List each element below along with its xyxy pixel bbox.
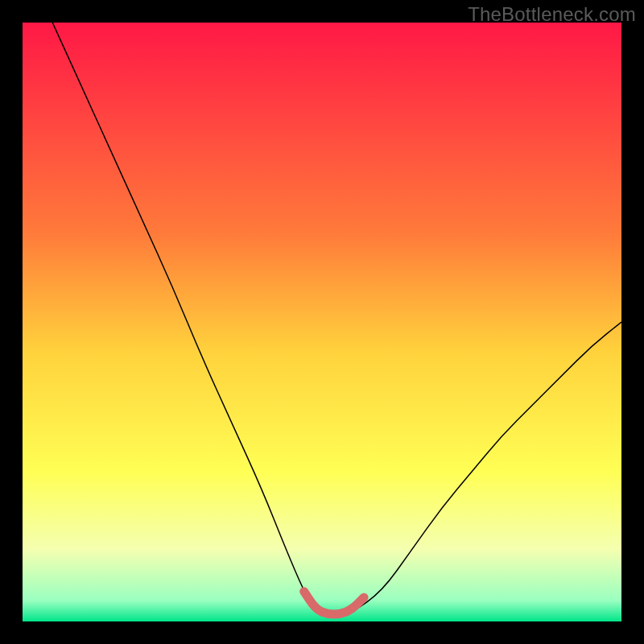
chart-frame: TheBottleneck.com: [0, 0, 644, 644]
gradient-background: [23, 23, 621, 621]
watermark-label: TheBottleneck.com: [468, 3, 636, 26]
chart-svg: [23, 23, 621, 621]
plot-area: [23, 23, 621, 621]
